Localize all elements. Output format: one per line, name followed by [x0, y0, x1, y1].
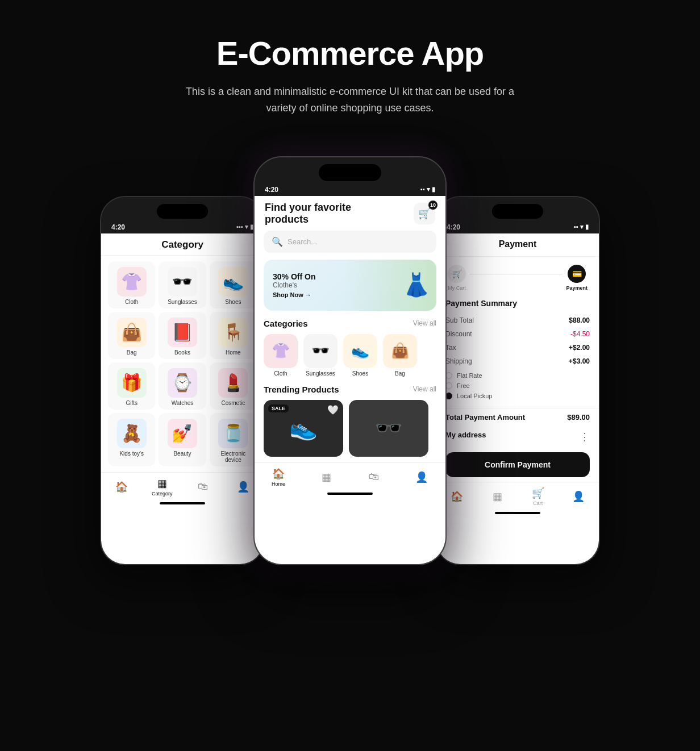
nav-cart-left[interactable]: 🛍	[191, 481, 214, 493]
category-center-icon: ▦	[322, 471, 331, 483]
product-card-sneakers[interactable]: 👟 SALE 🤍	[264, 400, 343, 457]
nav-category-right[interactable]: ▦	[486, 490, 509, 503]
nav-cart-right[interactable]: 🛒 Cart	[527, 487, 549, 506]
categories-title: Categories	[264, 319, 308, 328]
discount-value: -$4.50	[570, 330, 590, 338]
shoes-label: Shoes	[225, 299, 241, 305]
nav-home-right[interactable]: 🏠	[445, 490, 468, 503]
nav-home-left[interactable]: 🏠	[110, 481, 133, 493]
books-icon: 📕	[168, 318, 197, 347]
dynamic-island-right	[492, 204, 543, 219]
time-right: 4:20	[447, 223, 460, 231]
heart-button[interactable]: 🤍	[327, 404, 339, 415]
nav-category-center[interactable]: ▦	[315, 471, 338, 483]
gifts-label: Gifts	[126, 400, 138, 406]
discount-row: Discount -$4.50	[436, 327, 599, 341]
cat-shoes[interactable]: 👟 Shoes	[210, 261, 257, 308]
nav-profile-left[interactable]: 👤	[232, 481, 255, 493]
trending-title: Trending Products	[264, 385, 339, 394]
chip-shoes[interactable]: 👟 Shoes	[343, 334, 377, 377]
free-label: Free	[457, 382, 470, 389]
center-phone: 4:20 ▪▪ ▾ ▮ Find your favorite products …	[253, 156, 447, 565]
flat-rate-option[interactable]: Flat Rate	[445, 370, 590, 381]
cat-beauty[interactable]: 💅 Beauty	[159, 413, 206, 466]
discount-label: Discount	[445, 330, 472, 338]
trending-view-all[interactable]: View all	[413, 385, 436, 393]
home-indicator-center	[327, 493, 373, 495]
books-label: Books	[174, 349, 190, 356]
left-screen: Category 👚 Cloth 🕶️ Sunglasses �	[101, 233, 264, 564]
cat-home[interactable]: 🪑 Home	[210, 312, 257, 359]
banner-text: 30% Off On Clothe's Shop Now →	[273, 272, 315, 298]
nav-profile-center[interactable]: 👤	[410, 471, 433, 483]
bag-label: Bag	[127, 349, 137, 356]
cat-gifts[interactable]: 🎁 Gifts	[108, 362, 155, 410]
kids-icon: 🧸	[117, 419, 147, 448]
search-bar[interactable]: 🔍 Search...	[264, 231, 436, 253]
dynamic-island-center	[319, 164, 381, 181]
sunglasses-label: Sunglasses	[168, 299, 197, 305]
categories-view-all[interactable]: View all	[413, 319, 436, 327]
center-bottom-nav: 🏠 Home ▦ 🛍 👤	[255, 462, 445, 489]
chip-cloth-label: Cloth	[274, 370, 287, 377]
nav-category-left[interactable]: ▦ Category	[151, 477, 173, 497]
cat-books[interactable]: 📕 Books	[159, 312, 206, 359]
payment-title: Payment	[436, 233, 599, 257]
page-subtitle: This is a clean and minimalistic e-comme…	[174, 84, 526, 116]
home-header: Find your favorite products 🛒 10	[255, 196, 445, 231]
profile-right-icon: 👤	[572, 490, 585, 503]
time-center: 4:20	[265, 186, 278, 194]
beauty-icon: 💅	[168, 419, 197, 448]
watches-icon: ⌚	[168, 368, 197, 398]
local-pickup-label: Local Pickup	[457, 393, 492, 399]
nav-profile-right[interactable]: 👤	[567, 490, 590, 503]
cat-kids[interactable]: 🧸 Kids toy's	[108, 413, 155, 466]
status-bar-center: 4:20 ▪▪ ▾ ▮	[255, 181, 445, 196]
cat-electronic[interactable]: 🫙 Electronic device	[210, 413, 257, 466]
flat-rate-label: Flat Rate	[457, 372, 482, 379]
home-indicator-right	[495, 512, 540, 514]
cart-badge-wrap[interactable]: 🛒 10	[414, 203, 435, 224]
chip-sunglasses-label: Sunglasses	[306, 370, 335, 377]
banner-subtitle: Clothe's	[273, 281, 315, 289]
cat-bag[interactable]: 👜 Bag	[108, 312, 155, 359]
cart-right-icon: 🛒	[532, 487, 544, 499]
chip-sunglasses[interactable]: 🕶️ Sunglasses	[303, 334, 338, 377]
sale-badge: SALE	[268, 404, 289, 412]
banner-cta[interactable]: Shop Now →	[273, 291, 315, 298]
nav-cart-center[interactable]: 🛍	[363, 471, 385, 483]
cat-cloth[interactable]: 👚 Cloth	[108, 261, 155, 308]
cloth-label: Cloth	[125, 299, 138, 305]
free-option[interactable]: Free	[445, 381, 590, 391]
status-bar-left: 4:20 ▪▪▪ ▾ ▮	[101, 219, 264, 233]
shoes-icon: 👟	[218, 267, 248, 297]
category-nav-icon: ▦	[157, 477, 167, 490]
status-icons-left: ▪▪▪ ▾ ▮	[236, 223, 253, 231]
search-placeholder: Search...	[288, 237, 317, 246]
cat-sunglasses[interactable]: 🕶️ Sunglasses	[159, 261, 206, 308]
watches-label: Watches	[172, 400, 194, 406]
trending-row: 👟 SALE 🤍 🕶️	[255, 400, 445, 457]
chip-bag[interactable]: 👜 Bag	[383, 334, 417, 377]
cat-cosmetic[interactable]: 💄 Cosmetic	[210, 362, 257, 410]
confirm-payment-button[interactable]: Confirm Payment	[445, 452, 590, 477]
center-screen: Find your favorite products 🛒 10 🔍 Searc…	[255, 196, 445, 564]
nav-home-center[interactable]: 🏠 Home	[267, 468, 290, 487]
status-icons-right: ▪▪ ▾ ▮	[574, 223, 589, 231]
cat-watches[interactable]: ⌚ Watches	[159, 362, 206, 410]
product-card-sunglasses[interactable]: 🕶️	[349, 400, 428, 457]
promo-banner[interactable]: 30% Off On Clothe's Shop Now → 👗	[264, 260, 436, 311]
right-bottom-nav: 🏠 ▦ 🛒 Cart 👤	[436, 482, 599, 508]
category-right-icon: ▦	[493, 490, 502, 503]
cloth-icon: 👚	[117, 267, 147, 297]
trending-section-header: Trending Products View all	[255, 385, 445, 400]
local-pickup-option[interactable]: Local Pickup	[445, 391, 590, 401]
home-right-icon: 🏠	[451, 490, 463, 503]
address-label: My address	[445, 431, 486, 439]
home-indicator-left	[160, 502, 205, 504]
chip-cloth[interactable]: 👚 Cloth	[264, 334, 298, 377]
cart-step-circle: 🛒	[448, 265, 466, 283]
page-title: E-Commerce App	[216, 34, 484, 72]
address-more-icon[interactable]: ⋮	[580, 431, 590, 443]
gifts-icon: 🎁	[117, 368, 147, 398]
